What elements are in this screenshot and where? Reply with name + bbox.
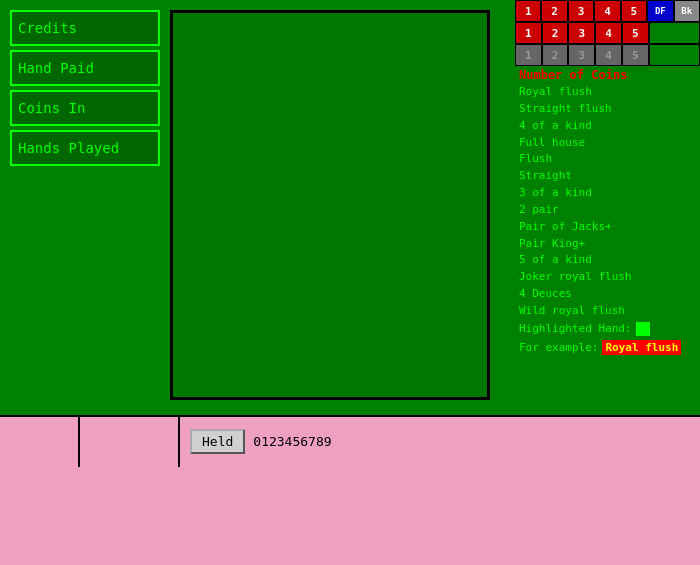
hand-wild-royal: Wild royal flush [515, 303, 700, 320]
hand-pair-jacks: Pair of Jacks+ [515, 219, 700, 236]
hand-pair-king: Pair King+ [515, 236, 700, 253]
hand-straight-flush: Straight flush [515, 101, 700, 118]
coins-in-label: Coins In [18, 100, 85, 116]
coin-2-extra [649, 22, 700, 44]
coin-1-5[interactable]: 5 [621, 0, 647, 22]
hands-played-label: Hands Played [18, 140, 119, 156]
hand-full-house: Full house [515, 135, 700, 152]
bottom-mid-left [80, 417, 180, 467]
coin-2-2[interactable]: 2 [542, 22, 569, 44]
coin-1-3[interactable]: 3 [568, 0, 594, 22]
credits-label: Credits [18, 20, 77, 36]
hand-paid-label: Hand Paid [18, 60, 94, 76]
coin-3-extra [649, 44, 700, 66]
stats-panel: Credits Hand Paid Coins In Hands Played [10, 10, 160, 170]
hand-flush: Flush [515, 151, 700, 168]
hand-list: Royal flush Straight flush 4 of a kind F… [515, 84, 700, 320]
coin-3-1: 1 [515, 44, 542, 66]
bottom-row: Held 0123456789 [0, 415, 700, 465]
coin-2-5[interactable]: 5 [622, 22, 649, 44]
coins-row-3: 1 2 3 4 5 [515, 44, 700, 66]
held-text: 0123456789 [253, 434, 331, 449]
bottom-section: Held 0123456789 Super Video Poker - Gene… [0, 415, 700, 565]
coin-3-2: 2 [542, 44, 569, 66]
hands-played-stat: Hands Played [10, 130, 160, 166]
highlighted-label: Highlighted Hand: [519, 322, 632, 335]
held-area: Held 0123456789 [180, 417, 700, 465]
coin-2-3[interactable]: 3 [568, 22, 595, 44]
bottom-left-box [0, 417, 80, 467]
hand-straight: Straight [515, 168, 700, 185]
coin-1-4[interactable]: 4 [594, 0, 620, 22]
hand-royal-flush: Royal flush [515, 84, 700, 101]
card-area [170, 10, 490, 400]
coins-row-2: 1 2 3 4 5 [515, 22, 700, 44]
coin-1-1[interactable]: 1 [515, 0, 541, 22]
df-button[interactable]: DF [647, 0, 673, 22]
coin-3-4: 4 [595, 44, 622, 66]
example-value: Royal flush [602, 340, 681, 355]
coin-2-1[interactable]: 1 [515, 22, 542, 44]
example-row: For example: Royal flush [515, 338, 700, 357]
coin-1-2[interactable]: 2 [541, 0, 567, 22]
coin-2-4[interactable]: 4 [595, 22, 622, 44]
held-button[interactable]: Held [190, 429, 245, 454]
num-coins-label: Number of Coins [515, 66, 700, 84]
hand-3-of-a-kind: 3 of a kind [515, 185, 700, 202]
hand-4-of-a-kind: 4 of a kind [515, 118, 700, 135]
coins-row-1: 1 2 3 4 5 DF Bk [515, 0, 700, 22]
hand-5-of-a-kind: 5 of a kind [515, 252, 700, 269]
hand-joker-royal: Joker royal flush [515, 269, 700, 286]
highlight-box [636, 322, 650, 336]
hand-4-deuces: 4 Deuces [515, 286, 700, 303]
credits-stat: Credits [10, 10, 160, 46]
top-section: Credits Hand Paid Coins In Hands Played … [0, 0, 700, 415]
bk-button[interactable]: Bk [674, 0, 700, 22]
coins-panel: 1 2 3 4 5 DF Bk 1 2 3 4 5 1 2 3 4 5 Numb… [515, 0, 700, 357]
highlighted-hand-row: Highlighted Hand: [515, 320, 700, 338]
coin-3-3: 3 [568, 44, 595, 66]
example-label: For example: [519, 341, 598, 354]
hand-2-pair: 2 pair [515, 202, 700, 219]
coin-3-5: 5 [622, 44, 649, 66]
hand-paid-stat: Hand Paid [10, 50, 160, 86]
coins-in-stat: Coins In [10, 90, 160, 126]
